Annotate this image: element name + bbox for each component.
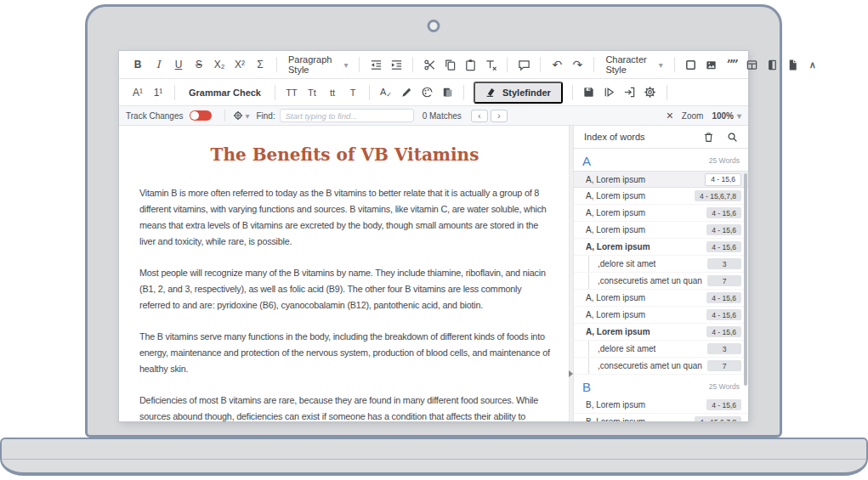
index-section-word-count: 25 Words xyxy=(709,382,740,391)
comment-icon xyxy=(518,59,530,71)
strikethrough-button[interactable]: S xyxy=(190,54,208,75)
index-item-label: A, Lorem ipsum xyxy=(586,310,645,319)
index-item-row[interactable]: B, Lorem ipsum 4 - 15,6 xyxy=(574,397,748,414)
paragraph-style-dropdown[interactable]: Paragraph Style ▾ xyxy=(283,54,353,75)
chevron-left-icon: ‹ xyxy=(478,110,481,121)
index-item-pages-badge: 4 - 15,6 xyxy=(706,224,741,235)
insert-image-button[interactable] xyxy=(702,54,721,75)
toolbar-row-1: BIUSX₂X²Σ Paragraph Style ▾ xyxy=(119,51,748,79)
export-button[interactable] xyxy=(621,82,639,103)
trash-icon[interactable] xyxy=(703,132,714,143)
scissors-icon xyxy=(423,59,436,71)
paste-button[interactable] xyxy=(461,54,479,75)
index-item-label: B, Lorem ipsum xyxy=(586,400,645,409)
search-icon[interactable] xyxy=(727,132,738,143)
save-button[interactable] xyxy=(580,82,599,103)
normal-case-button[interactable]: T xyxy=(343,82,362,103)
settings-button[interactable] xyxy=(641,82,660,103)
index-item-row[interactable]: A, Lorem ipsum 4 - 15,6 xyxy=(574,307,748,324)
zoom-label: Zoom xyxy=(682,111,704,121)
index-item-label: B, Lorem ipsum xyxy=(586,417,645,421)
superscript-button[interactable]: X² xyxy=(230,54,249,75)
uppercase-button[interactable]: TT xyxy=(282,82,301,103)
index-item-pages-badge: 4 - 15,6 xyxy=(706,399,741,410)
cut-button[interactable] xyxy=(420,54,439,75)
footnote-button[interactable]: A¹ xyxy=(128,82,147,103)
document-editor[interactable]: The Benefits of VB Vitamins Vitamin B is… xyxy=(119,126,569,421)
insert-table-button[interactable] xyxy=(743,54,762,75)
capitalize-button[interactable]: Tt xyxy=(303,82,321,103)
index-item-row[interactable]: B, Lorem ipsum 4 - 15,6,7,8 xyxy=(574,414,748,421)
panel-scrollbar[interactable] xyxy=(744,173,747,386)
index-item-row[interactable]: ,delore sit amet 3 xyxy=(574,341,748,358)
edit-pencil-button[interactable] xyxy=(397,82,416,103)
index-item-row[interactable]: A, Lorem ipsum 4 - 15,6 xyxy=(574,222,748,239)
stylefinder-label: Stylefinder xyxy=(502,88,551,98)
save-icon xyxy=(582,86,595,99)
lowercase-button[interactable]: tt xyxy=(323,82,342,103)
index-item-row[interactable]: ,delore sit amet 3 xyxy=(574,256,748,273)
stylefinder-button[interactable]: Stylefinder xyxy=(474,82,563,104)
zoom-level-dropdown[interactable]: 100% ▾ xyxy=(712,111,741,121)
word-processor-window: BIUSX₂X²Σ Paragraph Style ▾ xyxy=(119,51,748,421)
copy-button[interactable] xyxy=(440,54,459,75)
clear-formatting-button[interactable] xyxy=(481,54,500,75)
image-icon xyxy=(705,59,718,71)
close-find-bar-button[interactable]: × xyxy=(667,110,673,121)
find-next-button[interactable]: › xyxy=(491,110,508,122)
character-style-dropdown[interactable]: Character Style ▾ xyxy=(600,54,667,75)
pencil-icon xyxy=(400,86,413,99)
index-section-header: B 25 Words xyxy=(574,375,748,397)
bookmark-page-button[interactable] xyxy=(763,54,782,75)
index-word-list: A 25 Words A, Lorem ipsum 4 - 15,6 A, Lo… xyxy=(574,149,748,421)
pages-book-button[interactable] xyxy=(438,82,457,103)
collapse-toolbar-button[interactable]: ∧ xyxy=(803,54,822,75)
find-previous-button[interactable]: ‹ xyxy=(471,110,488,122)
indent-decrease-button[interactable] xyxy=(366,54,385,75)
spellcheck-button[interactable]: A✓ xyxy=(377,82,395,103)
index-item-row[interactable]: ,consecuretis amet un quan 7 xyxy=(574,273,748,290)
find-options-dropdown[interactable]: ▾ xyxy=(233,110,249,121)
sum-formula-button[interactable]: Σ xyxy=(251,54,269,75)
document-paragraph: Most people will recognize many of the B… xyxy=(139,265,550,313)
undo-button[interactable]: ↶ xyxy=(547,54,566,75)
grammar-check-button[interactable]: Grammar Check xyxy=(182,82,268,103)
index-item-row[interactable]: ,consecuretis amet un quan 7 xyxy=(574,358,748,375)
copy-icon xyxy=(444,59,457,71)
document-button[interactable] xyxy=(784,54,803,75)
find-input[interactable] xyxy=(280,109,414,122)
content-area: The Benefits of VB Vitamins Vitamin B is… xyxy=(119,126,748,421)
toggle-knob xyxy=(190,111,199,120)
half-page-icon xyxy=(766,59,779,71)
indent-increase-button[interactable] xyxy=(387,54,406,75)
table-icon xyxy=(746,59,758,71)
bold-button[interactable]: B xyxy=(128,54,147,75)
index-item-row[interactable]: A, Lorem ipsum 4 - 15,6 xyxy=(574,290,748,307)
track-changes-toggle[interactable] xyxy=(190,110,212,121)
chevron-right-icon: › xyxy=(497,110,501,121)
index-item-row[interactable]: A, Lorem ipsum 4 - 15,6,7,8 xyxy=(574,188,748,205)
endnote-button[interactable]: 1¹ xyxy=(149,82,167,103)
blockquote-button[interactable]: ”” xyxy=(723,54,741,75)
color-palette-button[interactable] xyxy=(417,82,436,103)
redo-button[interactable]: ↷ xyxy=(568,54,587,75)
comment-button[interactable] xyxy=(514,54,533,75)
italic-button[interactable]: I xyxy=(149,54,167,75)
index-item-row[interactable]: A, Lorem ipsum 4 - 15,6 xyxy=(574,171,748,188)
find-bar: Track Changes ▾ Find: 0 Matches ‹ › × Zo… xyxy=(119,106,748,126)
document-paragraph: The B vitamins serve many functions in t… xyxy=(139,329,550,377)
index-item-label: A, Lorem ipsum xyxy=(586,242,650,251)
index-section-letter: B xyxy=(582,380,591,394)
underline-button[interactable]: U xyxy=(169,54,188,75)
index-item-row[interactable]: A, Lorem ipsum 4 - 15,6 xyxy=(574,324,748,341)
insert-frame-button[interactable] xyxy=(682,54,701,75)
index-item-pages-badge: 3 xyxy=(707,258,741,269)
chevron-down-icon: ▾ xyxy=(737,111,741,121)
toolbar-separator xyxy=(593,57,594,72)
run-preview-button[interactable] xyxy=(600,82,619,103)
subscript-button[interactable]: X₂ xyxy=(210,54,229,75)
zoom-value: 100% xyxy=(712,111,734,121)
index-item-row[interactable]: A, Lorem ipsum 4 - 15,6 xyxy=(574,205,748,222)
collapse-panel-arrow-icon[interactable] xyxy=(569,370,573,377)
index-item-row[interactable]: A, Lorem ipsum 4 - 15,6 xyxy=(574,239,748,256)
